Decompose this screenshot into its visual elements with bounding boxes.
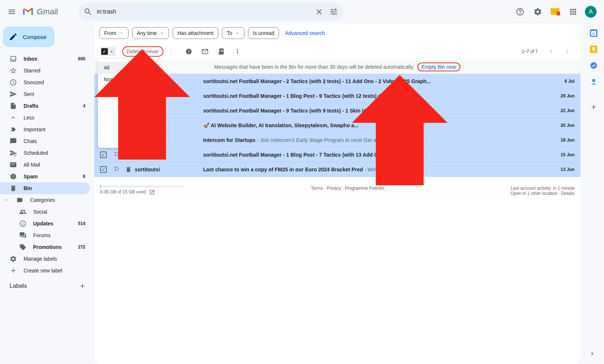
- search-bar: [78, 3, 343, 21]
- importance-marker[interactable]: [113, 165, 120, 173]
- create-label[interactable]: Create new label: [0, 265, 90, 276]
- email-row[interactable]: sortitoutsi.net Football Manager - 9 Tac…: [94, 103, 580, 118]
- email-sender: sortitoutsi: [135, 167, 160, 172]
- gear-icon: [10, 255, 17, 263]
- mark-unread-button[interactable]: [198, 44, 212, 59]
- filter-to[interactable]: To: [222, 27, 244, 39]
- open-external-icon[interactable]: [149, 189, 155, 195]
- email-row[interactable]: Intercom for Startups - Join Intercom's …: [94, 133, 580, 147]
- support-button[interactable]: [513, 4, 527, 19]
- filter-attachment[interactable]: Has attachment: [173, 27, 218, 39]
- sidebar-item-all-mail[interactable]: All Mail: [0, 159, 90, 171]
- email-row[interactable]: sortitoutsi.net Football Manager - 2 Tac…: [94, 74, 580, 89]
- bin-notice: Messages that have been in the Bin for m…: [94, 60, 580, 74]
- gmail-logo[interactable]: Gmail: [22, 6, 69, 18]
- privacy-link[interactable]: Privacy: [326, 186, 341, 191]
- sidebar-item-drafts[interactable]: Drafts4: [0, 100, 90, 112]
- sidebar-item-less[interactable]: Less: [0, 112, 90, 124]
- search-options-button[interactable]: [326, 4, 341, 19]
- delete-forever-button[interactable]: Delete forever: [122, 46, 163, 57]
- offline-mail-button[interactable]: [548, 4, 563, 19]
- search-icon: [84, 7, 92, 16]
- svg-point-9: [590, 62, 597, 69]
- search-button[interactable]: [81, 4, 95, 19]
- tune-icon: [329, 7, 338, 16]
- email-row[interactable]: sortitoutsisortitoutsi.net Football Mana…: [94, 147, 580, 162]
- help-icon: [516, 7, 524, 16]
- select-all-option[interactable]: All: [98, 62, 157, 74]
- email-subject: Last chance to win a copy of FM25 in our…: [203, 167, 548, 172]
- sidebar-category-promotions[interactable]: Promotions272: [0, 241, 90, 253]
- report-spam-button[interactable]: [181, 44, 196, 59]
- importance-marker[interactable]: [113, 151, 120, 158]
- email-subject: sortitoutsi.net Football Manager - 1 Blo…: [203, 152, 548, 158]
- compose-button[interactable]: Compose: [3, 26, 54, 47]
- sidebar-item-inbox[interactable]: Inbox605: [0, 53, 90, 65]
- sidebar-item-starred[interactable]: Starred: [0, 65, 90, 76]
- tasks-app[interactable]: [590, 62, 597, 69]
- email-date: 22 Jun: [552, 108, 575, 113]
- calendar-app[interactable]: 31: [590, 29, 597, 37]
- email-row[interactable]: sortitoutsi.net Football Manager - 1 Blo…: [94, 89, 580, 103]
- sidebar-category-forums[interactable]: Forums: [0, 229, 90, 241]
- email-subject: sortitoutsi.net Football Manager - 9 Tac…: [203, 108, 548, 114]
- filter-anytime[interactable]: Any time: [132, 27, 169, 39]
- manage-labels[interactable]: Manage labels: [0, 253, 90, 265]
- settings-button[interactable]: [530, 4, 545, 19]
- select-none-option[interactable]: None: [98, 74, 157, 85]
- policies-link[interactable]: Programme Policies: [345, 186, 384, 191]
- terms-link[interactable]: Terms: [311, 186, 323, 191]
- email-subject: sortitoutsi.net Football Manager - 2 Tac…: [203, 78, 548, 84]
- svg-rect-8: [593, 50, 594, 51]
- sidebar-item-categories[interactable]: Categories: [0, 194, 90, 206]
- email-row[interactable]: sortitoutsiLast chance to win a copy of …: [94, 162, 580, 177]
- inbox-icon: [10, 55, 17, 63]
- select-all-checkbox[interactable]: ✓: [100, 47, 116, 56]
- select-read-option[interactable]: Read: [98, 85, 157, 97]
- open-location-link[interactable]: Open in 1 other location: [511, 191, 557, 196]
- email-row[interactable]: 🚀 AI Website Builder, AI translation, Sl…: [94, 118, 580, 133]
- sidebar-category-social[interactable]: Social: [0, 206, 90, 218]
- sidebar-item-spam[interactable]: Spam8: [0, 171, 90, 182]
- clear-search-button[interactable]: [312, 4, 326, 19]
- collapse-panel-button[interactable]: [586, 348, 598, 360]
- email-checkbox[interactable]: [100, 151, 107, 158]
- pencil-icon: [9, 32, 18, 41]
- main-menu-button[interactable]: [3, 3, 21, 21]
- sidebar-category-updates[interactable]: Updates514: [0, 218, 90, 229]
- sidebar: Compose Inbox605StarredSnoozedSentDrafts…: [0, 24, 94, 364]
- details-link[interactable]: Details: [561, 191, 575, 196]
- sidebar-item-scheduled[interactable]: Scheduled: [0, 147, 90, 159]
- spam-icon: [185, 48, 192, 55]
- advanced-search-link[interactable]: Advanced search: [285, 30, 325, 36]
- filter-from[interactable]: From: [99, 27, 128, 39]
- more-button[interactable]: [230, 44, 245, 59]
- account-avatar[interactable]: A: [585, 6, 597, 18]
- forums-icon: [19, 232, 27, 239]
- email-sender: sortitoutsi: [135, 152, 160, 158]
- sidebar-item-sent[interactable]: Sent: [0, 88, 90, 100]
- sidebar-item-snoozed[interactable]: Snoozed: [0, 76, 90, 88]
- trash-icon: [125, 166, 132, 173]
- chevron-down-icon: [235, 31, 240, 35]
- search-input[interactable]: [95, 8, 312, 15]
- filter-unread[interactable]: Is unread: [248, 27, 279, 39]
- gear-icon: [533, 7, 542, 16]
- move-to-button[interactable]: [214, 44, 229, 59]
- sidebar-item-bin[interactable]: Bin: [0, 182, 90, 194]
- sidebar-item-chats[interactable]: Chats: [0, 135, 90, 147]
- updates-icon: [19, 220, 27, 227]
- apps-button[interactable]: [566, 4, 580, 19]
- prev-page-button[interactable]: [544, 44, 558, 59]
- social-icon: [19, 208, 27, 215]
- keep-app[interactable]: [590, 46, 597, 53]
- email-checkbox[interactable]: [100, 166, 107, 173]
- empty-bin-button[interactable]: Empty Bin now: [417, 63, 460, 71]
- spam-icon: [10, 173, 17, 180]
- contacts-app[interactable]: [590, 78, 597, 85]
- plus-icon[interactable]: [79, 282, 86, 290]
- next-page-button[interactable]: [560, 44, 575, 59]
- add-addon-button[interactable]: [590, 103, 597, 111]
- sidebar-item-important[interactable]: Important: [0, 124, 90, 135]
- storage-text: 0.06 GB of 15 GB used: [100, 189, 146, 195]
